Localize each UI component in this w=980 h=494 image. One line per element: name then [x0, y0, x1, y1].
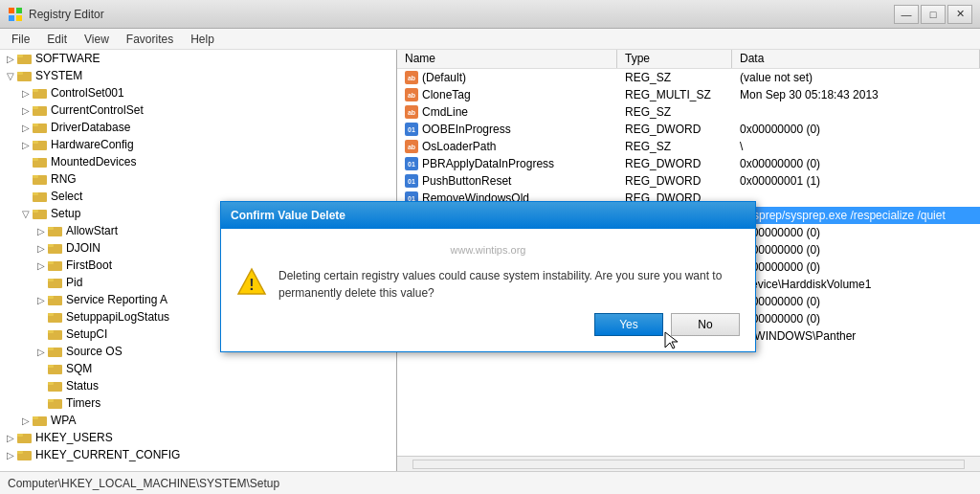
- tree-label-setuppapilogstatus: SetuppapiLogStatus: [66, 310, 169, 324]
- confirm-dialog[interactable]: Confirm Value Delete www.wintips.org ! D…: [220, 201, 756, 352]
- expand-system[interactable]: ▽: [4, 69, 17, 82]
- col-header-data[interactable]: Data: [732, 50, 980, 68]
- expand-currentcontrolset[interactable]: ▷: [19, 103, 33, 117]
- tree-item-hardwareconfig[interactable]: ▷ HardwareConfig: [0, 136, 396, 153]
- folder-icon-wpa: [33, 414, 48, 427]
- tree-label-hardwareconfig: HardwareConfig: [51, 138, 134, 151]
- tree-item-currentcontrolset[interactable]: ▷ CurrentControlSet: [0, 101, 396, 119]
- menu-bar: File Edit View Favorites Help: [0, 29, 980, 50]
- tree-item-controlset001[interactable]: ▷ ControlSet001: [0, 84, 396, 101]
- tree-item-software[interactable]: ▷ SOFTWARE: [0, 50, 396, 67]
- tree-item-hkey-current-config[interactable]: ▷ HKEY_CURRENT_CONFIG: [0, 446, 396, 463]
- menu-edit[interactable]: Edit: [39, 31, 75, 48]
- svg-rect-13: [33, 124, 38, 126]
- svg-rect-39: [48, 348, 54, 350]
- svg-rect-45: [48, 399, 54, 402]
- svg-rect-29: [48, 261, 54, 264]
- value-data: 0x00000000 (0): [732, 225, 980, 240]
- reg-value-icon: 01: [405, 123, 418, 136]
- title-bar: Registry Editor — □ ✕: [0, 0, 980, 29]
- status-bar: Computer\HKEY_LOCAL_MACHINE\SYSTEM\Setup: [0, 471, 980, 494]
- tree-label-controlset001: ControlSet001: [51, 86, 124, 100]
- menu-help[interactable]: Help: [183, 31, 222, 48]
- tree-label-firstboot: FirstBoot: [66, 258, 112, 272]
- folder-icon-setupci: [48, 327, 63, 341]
- tree-item-rng[interactable]: ▷ RNG: [0, 170, 396, 188]
- tree-label-software: SOFTWARE: [35, 52, 100, 65]
- tree-label-servicereporting: Service Reporting A: [66, 293, 167, 306]
- expand-wpa[interactable]: ▷: [19, 414, 33, 427]
- expand-djoin[interactable]: ▷: [34, 241, 48, 255]
- value-data: 0x00000000 (0): [732, 259, 980, 275]
- folder-icon-mounteddevices: [33, 155, 48, 168]
- reg-value-icon: ab: [405, 71, 418, 84]
- tree-label-system: SYSTEM: [35, 69, 82, 82]
- expand-setup[interactable]: ▽: [19, 207, 33, 220]
- reg-value-icon: 01: [405, 174, 418, 188]
- dialog-title: Confirm Value Delete: [231, 209, 345, 222]
- tree-label-wpa: WPA: [51, 414, 76, 427]
- values-header: Name Type Data: [397, 50, 980, 69]
- tree-item-driverdatabase[interactable]: ▷ DriverDatabase: [0, 119, 396, 136]
- no-button[interactable]: No: [671, 313, 740, 336]
- expand-allowstart[interactable]: ▷: [34, 224, 48, 237]
- value-row[interactable]: 01OOBEInProgressREG_DWORD0x00000000 (0): [397, 121, 980, 138]
- value-row[interactable]: abOsLoaderPathREG_SZ\: [397, 138, 980, 155]
- value-name: CloneTag: [422, 88, 471, 101]
- menu-file[interactable]: File: [4, 31, 37, 48]
- value-name: OsLoaderPath: [422, 140, 496, 153]
- svg-text:ab: ab: [408, 75, 415, 81]
- value-row[interactable]: ab(Default)REG_SZ(value not set): [397, 69, 980, 86]
- tree-label-setupci: SetupCI: [66, 327, 107, 341]
- expand-driverdatabase[interactable]: ▷: [19, 121, 33, 134]
- value-row[interactable]: abCmdLineREG_SZ: [397, 103, 980, 121]
- expand-firstboot[interactable]: ▷: [34, 258, 48, 272]
- tree-label-pid: Pid: [66, 276, 82, 289]
- expand-servicereporting[interactable]: ▷: [34, 293, 48, 306]
- hscroll[interactable]: [397, 456, 980, 471]
- tree-item-status[interactable]: ▷ Status: [0, 377, 396, 394]
- value-data: Mon Sep 30 05:18:43 2013: [732, 87, 980, 102]
- svg-rect-11: [33, 106, 38, 109]
- expand-sourceos[interactable]: ▷: [34, 345, 48, 358]
- dialog-body: www.wintips.org ! Deleting certain regis…: [221, 229, 755, 351]
- svg-rect-27: [48, 244, 54, 247]
- value-data: (value not set): [732, 70, 980, 85]
- expand-hardwareconfig[interactable]: ▷: [19, 138, 33, 151]
- folder-icon-rng: [33, 172, 48, 186]
- folder-icon-currentcontrolset: [33, 103, 48, 117]
- reg-value-icon: ab: [405, 140, 418, 153]
- expand-hkey-current-config[interactable]: ▷: [4, 448, 17, 461]
- tree-item-hkey-users[interactable]: ▷ HKEY_USERS: [0, 429, 396, 446]
- tree-item-sqm[interactable]: ▷ SQM: [0, 360, 396, 377]
- title-bar-controls: — □ ✕: [894, 5, 972, 24]
- col-header-type[interactable]: Type: [617, 50, 732, 68]
- tree-item-system[interactable]: ▽ SYSTEM: [0, 67, 396, 84]
- value-row[interactable]: 01PushButtonResetREG_DWORD0x00000001 (1): [397, 172, 980, 190]
- tree-label-sqm: SQM: [66, 362, 92, 375]
- maximize-button[interactable]: □: [921, 5, 946, 24]
- minimize-button[interactable]: —: [894, 5, 919, 24]
- menu-view[interactable]: View: [77, 31, 117, 48]
- value-type: REG_SZ: [617, 70, 732, 85]
- value-type: REG_DWORD: [617, 122, 732, 137]
- tree-item-timers[interactable]: ▷ Timers: [0, 394, 396, 412]
- tree-label-sourceos: Source OS: [66, 345, 122, 358]
- close-button[interactable]: ✕: [947, 5, 972, 24]
- col-header-name[interactable]: Name: [397, 50, 617, 68]
- value-row[interactable]: 01PBRApplyDataInProgressREG_DWORD0x00000…: [397, 155, 980, 172]
- tree-item-mounteddevices[interactable]: ▷ MountedDevices: [0, 153, 396, 170]
- svg-rect-47: [33, 416, 38, 419]
- menu-favorites[interactable]: Favorites: [119, 31, 181, 48]
- yes-button[interactable]: Yes: [594, 313, 663, 336]
- value-row[interactable]: abCloneTagREG_MULTI_SZMon Sep 30 05:18:4…: [397, 86, 980, 103]
- value-data: C:\WINDOWS\Panther: [732, 328, 980, 344]
- svg-text:ab: ab: [408, 92, 415, 99]
- expand-controlset001[interactable]: ▷: [19, 86, 33, 100]
- svg-rect-3: [16, 15, 22, 21]
- expand-hkey-users[interactable]: ▷: [4, 431, 17, 444]
- tree-item-wpa[interactable]: ▷ WPA: [0, 412, 396, 429]
- expand-software[interactable]: ▷: [4, 52, 17, 65]
- tree-label-hkey-users: HKEY_USERS: [35, 431, 113, 444]
- tree-label-allowstart: AllowStart: [66, 224, 118, 237]
